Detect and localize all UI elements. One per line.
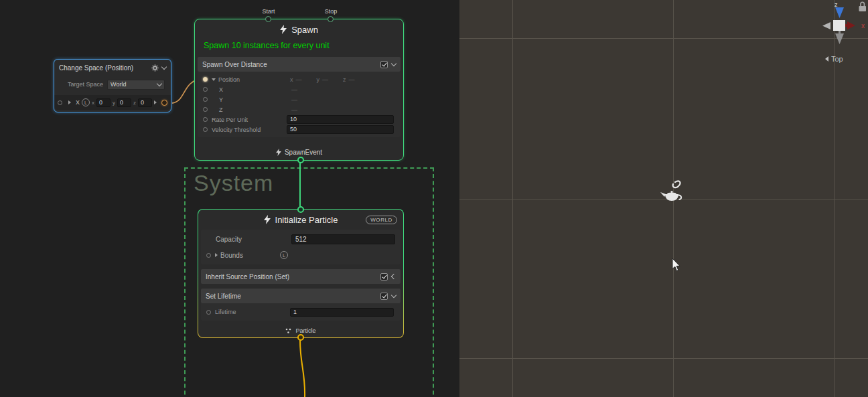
block-title: Inherit Source Position (Set) <box>206 273 376 281</box>
y-dash: — <box>322 76 328 83</box>
z-value-input[interactable]: 0 <box>138 98 152 107</box>
property-row-y: Y — <box>198 94 401 104</box>
position-values: x— y— z— <box>290 76 392 83</box>
property-row-z: Z — <box>198 104 401 114</box>
orientation-text: Top <box>831 55 843 63</box>
initialize-particle-node[interactable]: Initialize Particle WORLD Capacity 512 B… <box>198 209 404 338</box>
rate-per-unit-label: Rate Per Unit <box>212 116 248 123</box>
position-output-port[interactable] <box>161 100 167 106</box>
initialize-settings: Capacity 512 Bounds L <box>201 230 401 264</box>
spawnevent-label: SpawnEvent <box>285 149 322 156</box>
start-flow-port[interactable] <box>265 16 271 22</box>
capacity-label: Capacity <box>216 236 242 243</box>
x-input-port[interactable] <box>203 87 208 92</box>
bounds-input-port[interactable] <box>206 253 211 258</box>
spawn-subtitle: Spawn 10 instances for every unit <box>195 39 403 57</box>
y-value-input[interactable]: 0 <box>117 98 131 107</box>
chevron-down-icon[interactable] <box>391 60 396 66</box>
spawn-title-text: Spawn <box>291 25 318 35</box>
x-port-label: X <box>76 99 80 106</box>
chevron-down-icon <box>157 80 162 86</box>
velocity-threshold-port[interactable] <box>203 127 208 132</box>
chevron-down-icon[interactable] <box>391 292 396 297</box>
view-orientation-button[interactable]: Top <box>825 55 843 63</box>
target-space-label: Target Space <box>68 81 103 88</box>
initialize-input-port[interactable] <box>297 206 304 213</box>
z-axis-cone[interactable] <box>835 7 844 18</box>
y-input-port[interactable] <box>203 97 208 102</box>
property-row-velocity-threshold: Velocity Threshold 50 <box>198 125 401 135</box>
spawn-over-distance-header[interactable]: Spawn Over Distance <box>198 57 401 72</box>
position-input-port[interactable] <box>203 77 208 82</box>
inherit-source-position-header[interactable]: Inherit Source Position (Set) <box>201 269 401 284</box>
x-label: X <box>219 86 223 93</box>
z-value: — <box>291 106 297 113</box>
particle-icon <box>285 328 292 334</box>
grid-line <box>459 358 868 359</box>
change-space-node[interactable]: Change Space (Position) Target Space Wor… <box>54 59 171 112</box>
set-lifetime-properties: Lifetime 1 <box>201 303 401 321</box>
y-letter: y <box>317 76 320 83</box>
set-lifetime-header[interactable]: Set Lifetime <box>201 289 401 303</box>
gizmo-cube[interactable] <box>833 20 845 31</box>
stop-flow-port[interactable] <box>328 16 334 22</box>
particle-label: Particle <box>295 327 315 334</box>
velocity-threshold-input[interactable]: 50 <box>287 125 394 134</box>
capacity-row: Capacity 512 <box>201 231 401 247</box>
gizmo-x-label: x <box>861 22 865 29</box>
spawn-over-distance-block: Spawn Over Distance Position x— y— z— <box>198 57 401 137</box>
y-axis-cone[interactable] <box>835 33 844 44</box>
block-properties: Position x— y— z— X — Y <box>198 72 401 137</box>
expand-triangle-icon[interactable] <box>215 253 218 257</box>
y-value: — <box>291 96 297 103</box>
x-dash: — <box>296 76 302 83</box>
neg-x-axis-cone[interactable] <box>822 22 830 29</box>
x-axis-letter: x <box>92 100 94 106</box>
particle-output-port[interactable] <box>297 334 304 341</box>
target-space-row: Target Space World <box>54 76 171 92</box>
block-enabled-checkbox[interactable] <box>380 61 388 68</box>
z-letter: z <box>343 76 346 83</box>
local-space-icon[interactable]: L <box>280 251 288 259</box>
rate-per-unit-port[interactable] <box>203 117 208 122</box>
block-enabled-checkbox[interactable] <box>380 273 388 281</box>
vfx-lamp-icon[interactable] <box>660 179 686 206</box>
lock-icon[interactable] <box>859 2 867 11</box>
y-label: Y <box>219 96 223 103</box>
change-space-port-row: X L x 0 y 0 z 0 <box>54 95 171 110</box>
grid-line <box>512 0 513 397</box>
expand-triangle-icon[interactable] <box>68 100 71 104</box>
lifetime-input[interactable]: 1 <box>290 308 394 317</box>
bounds-label: Bounds <box>220 252 243 259</box>
world-space-badge[interactable]: WORLD <box>366 216 397 224</box>
rate-per-unit-input[interactable]: 10 <box>287 115 394 124</box>
x-input-port[interactable] <box>58 100 62 105</box>
spawn-node-title: Spawn <box>195 19 403 39</box>
velocity-threshold-label: Velocity Threshold <box>212 127 261 133</box>
x-axis-cone[interactable] <box>847 21 855 29</box>
z-label: Z <box>219 106 223 113</box>
x-value-input[interactable]: 0 <box>96 98 111 107</box>
target-space-dropdown[interactable]: World <box>107 80 165 90</box>
scene-viewport[interactable]: z x Top <box>459 0 868 397</box>
change-space-title: Change Space (Position) <box>59 64 148 72</box>
block-enabled-checkbox[interactable] <box>380 293 388 300</box>
z-input-port[interactable] <box>203 107 208 112</box>
chevron-left-icon[interactable] <box>391 274 396 279</box>
local-space-icon[interactable]: L <box>82 98 90 106</box>
spawnevent-output-port[interactable] <box>297 157 304 163</box>
lifetime-input-port[interactable] <box>206 310 211 315</box>
system-group-title[interactable]: System <box>186 169 433 196</box>
lightning-icon <box>280 25 287 34</box>
expand-caret-icon[interactable] <box>212 78 216 81</box>
spawn-node[interactable]: Start Stop Spawn Spawn 10 instances for … <box>194 19 404 161</box>
gear-icon[interactable] <box>151 64 159 72</box>
property-row-position: Position x— y— z— <box>198 74 401 84</box>
graph-canvas[interactable]: System Change Space (Position) <box>0 0 459 397</box>
chevron-down-icon[interactable] <box>161 64 167 70</box>
inherit-source-position-block: Inherit Source Position (Set) <box>201 269 401 284</box>
change-space-header[interactable]: Change Space (Position) <box>54 60 171 76</box>
x-letter: x <box>290 76 293 83</box>
orientation-gizmo[interactable]: z x <box>814 0 868 48</box>
capacity-input[interactable]: 512 <box>291 234 395 244</box>
